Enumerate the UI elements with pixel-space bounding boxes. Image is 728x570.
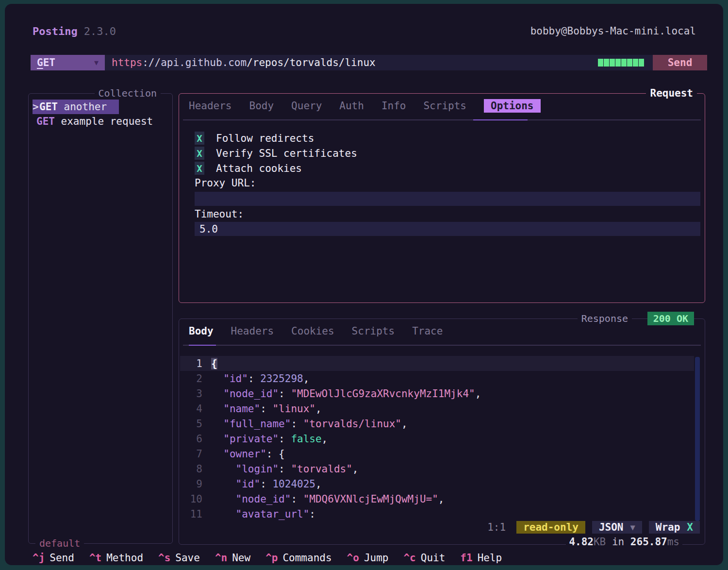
timeout-input[interactable]: 5.0 [195, 222, 700, 236]
code-line: 7 "owner": { [180, 446, 694, 461]
timeout-label: Timeout: [195, 208, 244, 220]
tab-headers[interactable]: Headers [189, 100, 232, 112]
token-num: 1024025 [272, 478, 315, 490]
keybinding-send[interactable]: ^jSend [33, 552, 74, 564]
format-select[interactable]: JSON▼ [592, 521, 642, 534]
keybinding-jump[interactable]: ^oJump [347, 552, 389, 564]
code-line: 10 "node_id": "MDQ6VXNlcjEwMjQwMjU=", [180, 491, 694, 506]
status-badge: 200 OK [647, 312, 694, 325]
cursor-position: 1:1 [487, 521, 506, 533]
progress-bar [598, 59, 644, 67]
footer-keybindings: ^jSend^tMethod^sSave^nNew^pCommands^oJum… [33, 552, 502, 564]
token-punct [211, 463, 236, 475]
keybinding-save[interactable]: ^sSave [158, 552, 200, 564]
method-label: GET [37, 57, 55, 68]
request-method-tag: GET [39, 101, 58, 113]
proxy-url-label: Proxy URL: [195, 177, 256, 189]
tab-headers[interactable]: Headers [231, 325, 274, 337]
tab-cookies[interactable]: Cookies [291, 325, 334, 337]
url-segment-scheme: https [112, 57, 142, 68]
token-punct: , [475, 388, 481, 400]
token-key: "full_name" [223, 418, 291, 430]
url-segment-sep: :// [142, 57, 161, 68]
token-punct [211, 403, 223, 415]
response-active-tab-indicator [189, 345, 216, 346]
token-bool: false [291, 433, 321, 445]
token-key: "owner" [223, 448, 266, 460]
collection-item-get-another[interactable]: >GET another [33, 100, 119, 114]
method-select[interactable]: GET ▼ [31, 55, 105, 70]
token-key: "id" [223, 373, 248, 385]
code-text: "owner": { [211, 448, 285, 460]
response-body-editor[interactable]: 1{2 "id": 2325298,3 "node_id": "MDEwOlJl… [180, 356, 694, 521]
code-line: 8 "login": "torvalds", [180, 461, 694, 476]
code-text: "node_id": "MDEwOlJlcG9zaXRvcnkyMzI1Mjk4… [211, 388, 481, 400]
response-panel-title: Response [578, 313, 632, 324]
request-panel: Request HeadersBodyQueryAuthInfoScriptsO… [179, 93, 705, 303]
token-punct [211, 373, 223, 385]
progress-segment [639, 59, 644, 67]
token-key: "id" [236, 478, 261, 490]
wrap-toggle[interactable]: WrapX [649, 521, 700, 534]
checkbox-attach-cookies[interactable]: XAttach cookies [195, 161, 357, 176]
response-meta: 4.82KB in 265.87ms [566, 536, 682, 548]
code-text: { [211, 358, 217, 369]
code-text: "name": "linux", [211, 403, 322, 415]
selection-cursor: > [33, 101, 39, 113]
keybinding-key: ^n [215, 552, 227, 564]
tab-scripts[interactable]: Scripts [352, 325, 395, 337]
token-key: "node_id" [236, 493, 291, 505]
token-key: "avatar_url" [236, 508, 310, 520]
tab-scripts[interactable]: Scripts [423, 100, 466, 112]
proxy-url-input[interactable] [195, 192, 700, 206]
tab-info[interactable]: Info [381, 100, 406, 112]
progress-segment [633, 59, 638, 67]
send-button[interactable]: Send [653, 55, 707, 70]
token-punct: , [315, 403, 322, 415]
tab-auth[interactable]: Auth [339, 100, 364, 112]
token-punct [211, 388, 223, 400]
scrollbar[interactable] [695, 357, 700, 521]
checkbox-follow-redirects[interactable]: XFollow redirects [195, 131, 357, 146]
tab-trace[interactable]: Trace [412, 325, 443, 337]
request-name: another [58, 101, 107, 113]
line-number: 7 [180, 448, 202, 460]
posting-app-window: Posting2.3.0 bobby@Bobbys-Mac-mini.local… [5, 4, 723, 565]
response-size-unit: KB [594, 536, 606, 548]
keybinding-key: ^o [347, 552, 359, 564]
keybinding-label: Jump [364, 552, 389, 564]
url-segment-path: /repos/torvalds/linux [247, 57, 376, 68]
tab-body[interactable]: Body [249, 100, 274, 112]
keybinding-key: ^t [89, 552, 101, 564]
checkbox-verify-ssl-certificates[interactable]: XVerify SSL certificates [195, 146, 357, 161]
token-key: "login" [236, 463, 279, 475]
response-panel: Response 200 OK BodyHeadersCookiesScript… [179, 319, 705, 545]
keybinding-key: ^p [265, 552, 278, 564]
keybinding-help[interactable]: f1Help [460, 552, 502, 564]
request-tabs: HeadersBodyQueryAuthInfoScriptsOptions [189, 100, 541, 112]
keybinding-quit[interactable]: ^cQuit [403, 552, 445, 564]
token-punct: , [322, 433, 328, 445]
app-name: Posting [33, 25, 78, 37]
line-number: 2 [180, 373, 202, 385]
keybinding-method[interactable]: ^tMethod [89, 552, 143, 564]
collection-item-get-example-request[interactable]: GET example request [30, 114, 171, 129]
method-shortcut-letter: G [37, 57, 43, 68]
response-tabs: BodyHeadersCookiesScriptsTrace [189, 325, 443, 337]
tab-options[interactable]: Options [484, 99, 541, 113]
token-punct: : [291, 418, 303, 430]
token-punct: : [260, 403, 272, 415]
code-text: "avatar_url": [211, 508, 315, 520]
keybinding-new[interactable]: ^nNew [215, 552, 250, 564]
keybinding-key: ^c [403, 552, 415, 564]
token-punct: : [260, 478, 272, 490]
url-input[interactable]: https://api.github.com/repos/torvalds/li… [105, 55, 653, 70]
tab-query[interactable]: Query [291, 100, 322, 112]
tab-body[interactable]: Body [189, 325, 214, 337]
token-punct [211, 478, 236, 490]
token-str: "linux" [272, 403, 315, 415]
keybinding-commands[interactable]: ^pCommands [265, 552, 331, 564]
token-punct: , [303, 373, 310, 385]
code-line: 3 "node_id": "MDEwOlJlcG9zaXRvcnkyMzI1Mj… [180, 386, 694, 401]
timeout-value: 5.0 [199, 223, 218, 235]
